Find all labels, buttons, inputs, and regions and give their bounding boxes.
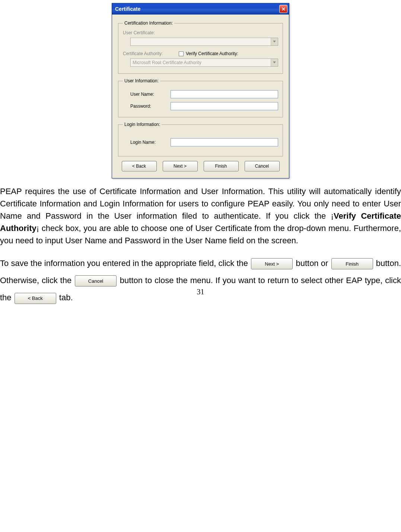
paragraph-1: PEAP requires the use of Certificate Inf…: [0, 185, 401, 247]
chevron-down-icon: [271, 59, 278, 66]
user-name-input[interactable]: [171, 90, 278, 98]
certificate-dialog: Certificate ✕ Certification Information:…: [112, 3, 289, 178]
dialog-title: Certificate: [115, 6, 140, 12]
certification-info-legend: Certification Information:: [123, 20, 174, 26]
login-name-label: Login Name:: [130, 140, 171, 145]
certification-info-group: Certification Information: User Certific…: [118, 20, 283, 74]
chevron-down-icon: [271, 38, 278, 45]
certificate-authority-label: Certificate Authority:: [123, 51, 179, 56]
next-button[interactable]: Next >: [163, 161, 198, 171]
page-number: 31: [0, 288, 401, 296]
inline-cancel-button: Cancel: [75, 275, 117, 286]
user-info-group: User Information: User Name: Password:: [118, 78, 283, 117]
svg-marker-1: [273, 61, 276, 63]
certificate-authority-value: Microsoft Root Certificate Authority: [133, 60, 201, 65]
close-icon: ✕: [281, 6, 286, 12]
close-button[interactable]: ✕: [279, 5, 287, 13]
inline-finish-button: Finish: [331, 258, 373, 269]
verify-cert-label: Verify Certificate Authority:: [186, 51, 238, 56]
user-certificate-label: User Certificate:: [123, 30, 278, 35]
password-label: Password:: [130, 104, 171, 109]
verify-cert-checkbox[interactable]: [179, 51, 184, 56]
user-info-legend: User Information:: [123, 78, 160, 83]
password-input[interactable]: [171, 102, 278, 110]
login-info-group: Login Information: Login Name:: [118, 122, 283, 156]
paragraph-2: To save the information you entered in t…: [0, 255, 401, 307]
login-name-input[interactable]: [171, 138, 278, 146]
cancel-button[interactable]: Cancel: [245, 161, 280, 171]
user-certificate-dropdown[interactable]: [130, 38, 278, 46]
svg-marker-0: [273, 41, 276, 42]
login-info-legend: Login Information:: [123, 122, 162, 127]
inline-next-button: Next >: [251, 258, 293, 269]
button-row: < Back Next > Finish Cancel: [118, 161, 283, 171]
user-name-label: User Name:: [130, 92, 171, 97]
certificate-authority-dropdown[interactable]: Microsoft Root Certificate Authority: [130, 58, 278, 67]
back-button[interactable]: < Back: [122, 161, 157, 171]
finish-button[interactable]: Finish: [204, 161, 239, 171]
titlebar: Certificate ✕: [112, 3, 289, 15]
